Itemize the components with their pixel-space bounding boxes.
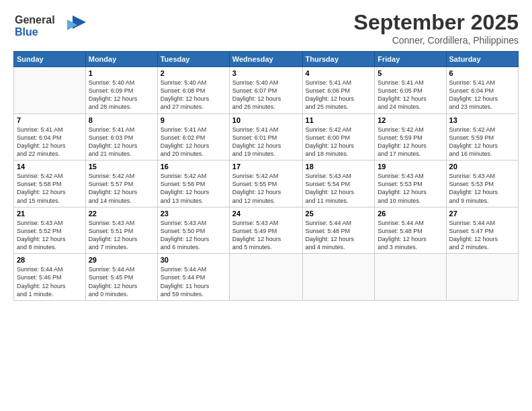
day-number: 29: [89, 256, 154, 264]
week-row-5: 28Sunrise: 5:44 AM Sunset: 5:46 PM Dayli…: [14, 254, 519, 301]
day-cell: 7Sunrise: 5:41 AM Sunset: 6:04 PM Daylig…: [14, 113, 86, 161]
day-cell: 21Sunrise: 5:43 AM Sunset: 5:52 PM Dayli…: [14, 207, 86, 254]
day-info: Sunrise: 5:42 AM Sunset: 5:59 PM Dayligh…: [378, 126, 443, 158]
day-number: 28: [17, 256, 83, 264]
day-number: 26: [378, 210, 443, 218]
day-number: 14: [17, 163, 83, 171]
day-cell: 18Sunrise: 5:43 AM Sunset: 5:54 PM Dayli…: [302, 161, 375, 208]
day-info: Sunrise: 5:42 AM Sunset: 5:57 PM Dayligh…: [89, 172, 154, 205]
day-cell: 14Sunrise: 5:42 AM Sunset: 5:58 PM Dayli…: [14, 161, 86, 208]
day-cell: 10Sunrise: 5:41 AM Sunset: 6:01 PM Dayli…: [229, 113, 302, 161]
day-info: Sunrise: 5:44 AM Sunset: 5:45 PM Dayligh…: [89, 265, 154, 298]
day-number: 15: [89, 163, 154, 171]
weekday-thursday: Thursday: [302, 52, 375, 67]
week-row-4: 21Sunrise: 5:43 AM Sunset: 5:52 PM Dayli…: [14, 207, 519, 254]
day-number: 11: [306, 116, 372, 124]
day-number: 5: [378, 69, 443, 77]
day-number: 21: [17, 210, 83, 218]
location: Conner, Cordillera, Philippines: [354, 35, 519, 46]
logo-text: General Blue: [13, 10, 87, 43]
day-number: 25: [306, 210, 372, 218]
day-number: 16: [161, 163, 226, 171]
weekday-tuesday: Tuesday: [157, 52, 229, 67]
svg-text:General: General: [15, 14, 55, 26]
day-number: 13: [449, 116, 515, 124]
day-cell: 22Sunrise: 5:43 AM Sunset: 5:51 PM Dayli…: [85, 207, 157, 254]
day-number: 6: [449, 69, 515, 77]
weekday-header-row: SundayMondayTuesdayWednesdayThursdayFrid…: [14, 52, 519, 67]
day-number: 9: [161, 116, 226, 124]
day-number: 10: [232, 116, 300, 124]
day-number: 18: [306, 163, 372, 171]
day-cell: 3Sunrise: 5:40 AM Sunset: 6:07 PM Daylig…: [229, 67, 302, 114]
day-number: 12: [378, 116, 443, 124]
day-number: 19: [378, 163, 443, 171]
day-info: Sunrise: 5:41 AM Sunset: 6:02 PM Dayligh…: [161, 126, 226, 158]
day-info: Sunrise: 5:43 AM Sunset: 5:52 PM Dayligh…: [17, 219, 83, 252]
day-info: Sunrise: 5:41 AM Sunset: 6:01 PM Dayligh…: [232, 126, 300, 158]
day-cell: [302, 254, 375, 301]
day-info: Sunrise: 5:40 AM Sunset: 6:07 PM Dayligh…: [232, 79, 300, 111]
day-cell: 8Sunrise: 5:41 AM Sunset: 6:03 PM Daylig…: [85, 113, 157, 161]
day-number: 23: [161, 210, 226, 218]
day-cell: 19Sunrise: 5:43 AM Sunset: 5:53 PM Dayli…: [375, 161, 446, 208]
day-cell: 20Sunrise: 5:43 AM Sunset: 5:53 PM Dayli…: [446, 161, 518, 208]
week-row-1: 1Sunrise: 5:40 AM Sunset: 6:09 PM Daylig…: [14, 67, 519, 114]
day-cell: [14, 67, 86, 114]
day-cell: 28Sunrise: 5:44 AM Sunset: 5:46 PM Dayli…: [14, 254, 86, 301]
day-cell: 30Sunrise: 5:44 AM Sunset: 5:44 PM Dayli…: [157, 254, 229, 301]
day-number: 20: [449, 163, 515, 171]
day-cell: 25Sunrise: 5:44 AM Sunset: 5:48 PM Dayli…: [302, 207, 375, 254]
day-cell: 23Sunrise: 5:43 AM Sunset: 5:50 PM Dayli…: [157, 207, 229, 254]
weekday-wednesday: Wednesday: [229, 52, 302, 67]
day-cell: 24Sunrise: 5:43 AM Sunset: 5:49 PM Dayli…: [229, 207, 302, 254]
day-cell: 9Sunrise: 5:41 AM Sunset: 6:02 PM Daylig…: [157, 113, 229, 161]
day-cell: [446, 254, 518, 301]
day-info: Sunrise: 5:42 AM Sunset: 6:00 PM Dayligh…: [306, 126, 372, 158]
day-cell: 26Sunrise: 5:44 AM Sunset: 5:48 PM Dayli…: [375, 207, 446, 254]
day-info: Sunrise: 5:41 AM Sunset: 6:04 PM Dayligh…: [449, 79, 515, 111]
day-cell: 13Sunrise: 5:42 AM Sunset: 5:59 PM Dayli…: [446, 113, 518, 161]
day-info: Sunrise: 5:43 AM Sunset: 5:50 PM Dayligh…: [161, 219, 226, 252]
title-area: September 2025 Conner, Cordillera, Phili…: [354, 10, 519, 46]
page: General Blue September 2025 Conner, Cord…: [0, 0, 532, 411]
day-number: 24: [232, 210, 300, 218]
day-info: Sunrise: 5:41 AM Sunset: 6:05 PM Dayligh…: [378, 79, 443, 111]
month-title: September 2025: [354, 10, 519, 35]
svg-marker-2: [73, 15, 86, 29]
day-info: Sunrise: 5:43 AM Sunset: 5:51 PM Dayligh…: [89, 219, 154, 252]
weekday-friday: Friday: [375, 52, 446, 67]
calendar-table: SundayMondayTuesdayWednesdayThursdayFrid…: [13, 51, 519, 301]
day-info: Sunrise: 5:41 AM Sunset: 6:04 PM Dayligh…: [17, 126, 83, 158]
day-cell: [229, 254, 302, 301]
day-number: 30: [161, 256, 226, 264]
day-number: 27: [449, 210, 515, 218]
day-cell: [375, 254, 446, 301]
day-info: Sunrise: 5:43 AM Sunset: 5:49 PM Dayligh…: [232, 219, 300, 252]
day-info: Sunrise: 5:43 AM Sunset: 5:54 PM Dayligh…: [306, 172, 372, 205]
day-cell: 27Sunrise: 5:44 AM Sunset: 5:47 PM Dayli…: [446, 207, 518, 254]
weekday-sunday: Sunday: [14, 52, 86, 67]
day-info: Sunrise: 5:40 AM Sunset: 6:08 PM Dayligh…: [161, 79, 226, 111]
day-info: Sunrise: 5:42 AM Sunset: 5:59 PM Dayligh…: [449, 126, 515, 158]
day-cell: 12Sunrise: 5:42 AM Sunset: 5:59 PM Dayli…: [375, 113, 446, 161]
day-info: Sunrise: 5:42 AM Sunset: 5:55 PM Dayligh…: [232, 172, 300, 205]
day-info: Sunrise: 5:41 AM Sunset: 6:03 PM Dayligh…: [89, 126, 154, 158]
weekday-monday: Monday: [85, 52, 157, 67]
day-cell: 1Sunrise: 5:40 AM Sunset: 6:09 PM Daylig…: [85, 67, 157, 114]
week-row-3: 14Sunrise: 5:42 AM Sunset: 5:58 PM Dayli…: [14, 161, 519, 208]
day-info: Sunrise: 5:44 AM Sunset: 5:46 PM Dayligh…: [17, 265, 83, 298]
day-info: Sunrise: 5:44 AM Sunset: 5:48 PM Dayligh…: [306, 219, 372, 252]
day-number: 1: [89, 69, 154, 77]
day-cell: 15Sunrise: 5:42 AM Sunset: 5:57 PM Dayli…: [85, 161, 157, 208]
day-number: 3: [232, 69, 300, 77]
logo: General Blue: [13, 10, 87, 43]
day-cell: 6Sunrise: 5:41 AM Sunset: 6:04 PM Daylig…: [446, 67, 518, 114]
day-cell: 17Sunrise: 5:42 AM Sunset: 5:55 PM Dayli…: [229, 161, 302, 208]
day-number: 2: [161, 69, 226, 77]
day-number: 4: [306, 69, 372, 77]
day-cell: 4Sunrise: 5:41 AM Sunset: 6:06 PM Daylig…: [302, 67, 375, 114]
day-cell: 5Sunrise: 5:41 AM Sunset: 6:05 PM Daylig…: [375, 67, 446, 114]
day-info: Sunrise: 5:43 AM Sunset: 5:53 PM Dayligh…: [378, 172, 443, 205]
weekday-saturday: Saturday: [446, 52, 518, 67]
